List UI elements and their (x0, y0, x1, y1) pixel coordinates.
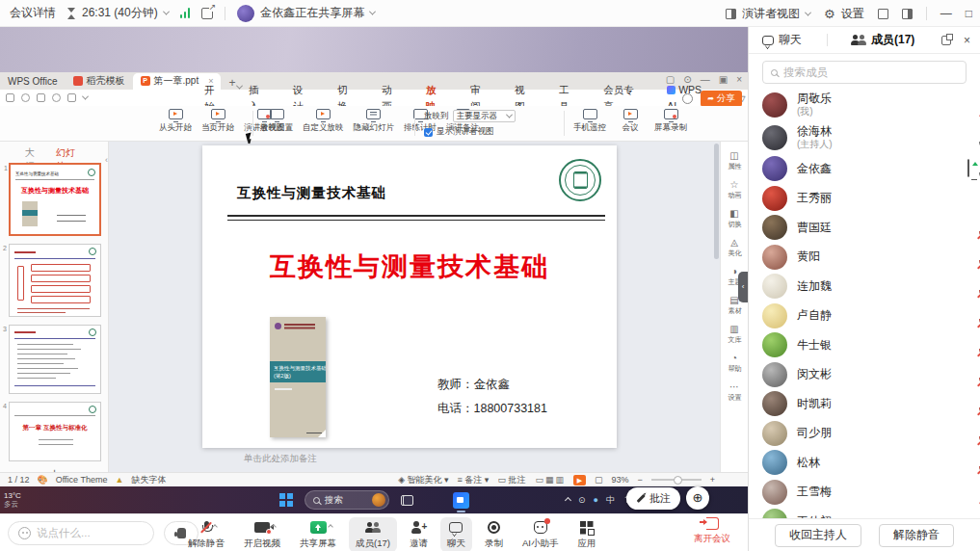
member-row[interactable]: 曹国廷 (749, 213, 980, 243)
member-row[interactable]: 王雪梅 (749, 478, 980, 508)
share-screen-button[interactable]: 共享屏幕 (293, 517, 343, 551)
close-panel-icon[interactable]: × (964, 34, 970, 47)
smart-beautify-button[interactable]: ◈ 智能美化 ▾ (398, 474, 448, 486)
network-signal-icon[interactable] (180, 8, 191, 18)
reclaim-host-button[interactable]: 收回主持人 (775, 524, 861, 547)
comment-button[interactable]: ▭ 批注 (497, 474, 525, 486)
member-row[interactable]: 金依鑫 (749, 154, 980, 184)
member-row[interactable]: 司少朋 (749, 419, 980, 449)
ribbon-phone-remote[interactable]: 手机遥控 (573, 109, 606, 134)
slideshow-play-button[interactable]: ▶ (573, 475, 586, 485)
taskbar-weather[interactable]: 13°C 多云 (0, 491, 21, 510)
task-view-button[interactable] (401, 495, 413, 506)
ribbon-hide-slide[interactable]: 隐藏幻灯片 (354, 109, 395, 134)
output-icon[interactable] (21, 93, 30, 102)
tray-ime[interactable]: 中 (606, 494, 615, 507)
missing-font-warning[interactable]: 缺失字体 (131, 474, 166, 486)
fit-window-icon[interactable]: ▢ (595, 475, 603, 485)
magnifier-button[interactable]: ⊕ (686, 486, 709, 510)
tab-chat[interactable]: 聊天 (749, 32, 811, 48)
member-row[interactable]: 徐海林(主持人) (749, 121, 980, 154)
undo-icon[interactable] (52, 93, 61, 102)
slide-thumbnail-1[interactable]: 1 互换性与测量技术基础 互换性与测量技术基础 (9, 163, 101, 236)
print-icon[interactable] (37, 93, 45, 102)
cloud-sync-icon[interactable] (682, 93, 693, 104)
quick-access-dropdown-icon[interactable] (82, 93, 89, 100)
settings-button[interactable]: ⚙ 设置 (824, 6, 864, 22)
members-button[interactable]: 成员(17) (349, 517, 397, 551)
fullscreen-icon[interactable] (878, 9, 888, 19)
member-row[interactable]: 松林 (749, 448, 980, 478)
meeting-timer[interactable]: 26:31 (40分钟) (67, 5, 169, 21)
editor-scrollbar[interactable] (714, 144, 719, 259)
sidebar-item-文库[interactable]: ▥文库 (728, 325, 742, 345)
member-row[interactable]: 闵文彬 (749, 360, 980, 390)
screen-share-icon[interactable] (967, 160, 969, 177)
sidebar-item-设置[interactable]: ⋯设置 (728, 382, 742, 403)
theme-name[interactable]: 🎨 (38, 475, 48, 485)
notes-placeholder[interactable]: 单击此处添加备注 (244, 453, 317, 465)
chat-button[interactable]: 聊天 (440, 517, 472, 551)
member-search-input[interactable]: 搜索成员 (762, 61, 967, 84)
sidebar-item-帮助[interactable]: ◔帮助 (728, 354, 742, 374)
unmute-button[interactable]: 解除静音 (181, 517, 231, 551)
tab-wps-office[interactable]: WPS Office (0, 73, 66, 90)
view-mode-icons[interactable]: ▭▦▥ (534, 475, 565, 485)
member-row[interactable]: 卢自静 (749, 302, 980, 331)
sidebar-item-动画[interactable]: ☆动画 (728, 180, 742, 200)
wps-close[interactable]: × (736, 74, 742, 85)
member-row[interactable]: 王仲初 (749, 507, 980, 518)
taskbar-meeting-icon[interactable] (453, 492, 469, 509)
maximize-button[interactable]: □ (966, 7, 972, 20)
zoom-level[interactable]: 93% (611, 475, 628, 485)
taskbar-search[interactable]: 搜索 (305, 490, 389, 510)
slide-thumbnail-4[interactable]: 4 第一章 互换性与标准化 (9, 402, 101, 461)
tray-cloud-icon[interactable]: ● (594, 495, 598, 505)
tab-members[interactable]: 成员(17) (828, 32, 924, 48)
sidebar-item-切换[interactable]: ◧切换 (728, 209, 742, 229)
apps-button[interactable]: 应用 (570, 517, 602, 551)
minimize-button[interactable]: — (940, 7, 952, 20)
member-row[interactable]: 牛士银 (749, 330, 980, 360)
invite-button[interactable]: + 邀请 (403, 517, 435, 551)
panel-collapse-handle[interactable]: ‹ (738, 272, 748, 302)
redo-icon[interactable] (67, 93, 76, 102)
save-icon[interactable] (6, 93, 14, 102)
slide-thumbnail-3[interactable]: 3 (9, 325, 101, 394)
ribbon-custom-show[interactable]: 自定义放映 (303, 109, 344, 134)
ribbon-screen-record[interactable]: 屏幕录制 (654, 109, 687, 134)
collapse-panel-icon[interactable]: ‹ (105, 155, 108, 165)
show-presenter-checkbox[interactable] (424, 128, 433, 137)
unmute-all-button[interactable]: 解除静音 (879, 524, 954, 547)
record-button[interactable]: 录制 (478, 517, 510, 551)
zoom-slider[interactable] (651, 479, 702, 481)
leave-meeting-button[interactable]: 离开会议 (694, 517, 730, 545)
member-row[interactable]: 连加魏 (749, 272, 980, 302)
start-button[interactable] (279, 493, 293, 507)
sidebar-item-属性[interactable]: ◫属性 (728, 151, 742, 171)
member-row[interactable]: 黄阳 (749, 243, 980, 273)
sharing-status[interactable]: 金依鑫正在共享屏幕 (237, 5, 375, 22)
tray-sync-icon[interactable]: ⊙ (578, 495, 586, 505)
wps-share-button[interactable]: ➦ 分享 (701, 91, 742, 107)
popout-panel-icon[interactable] (941, 36, 951, 45)
member-row[interactable]: 王秀丽 (749, 184, 980, 214)
quick-message-input[interactable]: 说点什么... (8, 521, 154, 545)
zoom-in-button[interactable]: + (710, 475, 715, 485)
member-row[interactable]: 周敬乐(我) (749, 89, 980, 121)
tab-docer[interactable]: 稻壳模板 (66, 73, 133, 90)
slide-thumbnail-2[interactable]: 2 (9, 244, 101, 317)
theme-label[interactable]: Office Theme (56, 475, 108, 485)
notes-button[interactable]: ≡ 备注 ▾ (458, 474, 490, 486)
current-slide[interactable]: 互换性与测量技术基础 互换性与测量技术基础 互换性与测量技术基础(第2版) 教师… (202, 145, 617, 448)
ribbon-from-beginning[interactable]: 从头开始 (159, 109, 192, 134)
ribbon-slideshow-settings[interactable]: 放映设置 (260, 109, 293, 134)
tray-expand-icon[interactable] (565, 496, 571, 503)
side-panel-toggle-icon[interactable] (902, 9, 913, 19)
start-video-button[interactable]: 开启视频 (237, 517, 287, 551)
zoom-out-button[interactable]: − (637, 475, 642, 485)
sidebar-item-美化[interactable]: ◬美化 (728, 238, 742, 258)
ai-assistant-button[interactable]: AI小助手 (516, 517, 565, 551)
view-mode-selector[interactable]: 演讲者视图 (726, 6, 810, 22)
meeting-details-link[interactable]: 会议详情 (10, 5, 56, 21)
